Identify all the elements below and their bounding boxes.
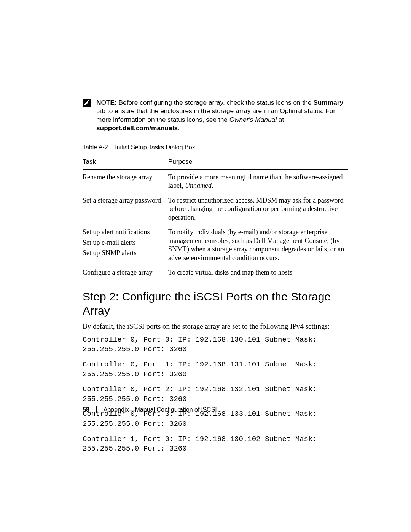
task-cell: Rename the storage array — [83, 169, 168, 193]
task-cell: Configure a storage array — [83, 265, 168, 280]
note-part2: tab to ensure that the enclosures in the… — [96, 107, 335, 123]
table-row: Rename the storage array To provide a mo… — [83, 169, 348, 193]
page-number: 58 — [83, 406, 89, 413]
table-row: Set up alert notifications Set up e-mail… — [83, 225, 348, 265]
note-part4: . — [178, 124, 180, 132]
note-pencil-icon — [83, 99, 91, 107]
task-line: Set up alert notifications — [83, 228, 164, 236]
note-bold1: Summary — [313, 99, 343, 106]
task-cell: Set up alert notifications Set up e-mail… — [83, 225, 168, 265]
document-page: NOTE: Before configuring the storage arr… — [0, 0, 411, 532]
note-part1: Before configuring the storage array, ch… — [117, 99, 314, 106]
page-footer: 58 Appendix—Manual Configuration of iSCS… — [83, 406, 217, 413]
table-caption-title: Initial Setup Tasks Dialog Box — [115, 144, 195, 150]
note-block: NOTE: Before configuring the storage arr… — [83, 98, 348, 133]
footer-divider — [96, 406, 97, 413]
table-caption-number: Table A-2. — [83, 144, 110, 150]
table-caption: Table A-2.Initial Setup Tasks Dialog Box — [83, 144, 348, 151]
purpose-cell: To restrict unauthorized access. MDSM ma… — [168, 193, 348, 225]
note-part3: at — [277, 116, 284, 123]
note-prefix: NOTE: — [96, 99, 117, 106]
task-line: Set up SNMP alerts — [83, 249, 164, 257]
purpose-italic: Unnamed — [185, 182, 212, 189]
col-header-task: Task — [83, 155, 168, 169]
body-intro: By default, the iSCSI ports on the stora… — [83, 322, 348, 331]
tasks-table: Task Purpose Rename the storage array To… — [83, 155, 348, 280]
table-header-row: Task Purpose — [83, 155, 348, 169]
note-italic1: Owner's Manual — [229, 116, 277, 123]
table-row: Configure a storage array To create virt… — [83, 265, 348, 280]
step-heading: Step 2: Configure the iSCSI Ports on the… — [83, 289, 348, 318]
code-line: Controller 1, Port 0: IP: 192.168.130.10… — [83, 435, 348, 454]
task-line: Set up e-mail alerts — [83, 238, 164, 247]
code-line: Controller 0, Port 2: IP: 192.168.132.10… — [83, 385, 348, 404]
code-line: Controller 0, Port 1: IP: 192.168.131.10… — [83, 360, 348, 379]
purpose-cell: To create virtual disks and map them to … — [168, 265, 348, 280]
task-cell: Set a storage array password — [83, 193, 168, 225]
note-text: NOTE: Before configuring the storage arr… — [96, 98, 348, 133]
table-row: Set a storage array password To restrict… — [83, 193, 348, 225]
purpose-post: . — [212, 182, 213, 189]
code-line: Controller 0, Port 0: IP: 192.168.130.10… — [83, 335, 348, 355]
purpose-cell: To provide a more meaningful name than t… — [168, 169, 348, 193]
note-bold2: support.dell.com/manuals — [96, 124, 178, 132]
purpose-cell: To notify individuals (by e-mail) and/or… — [168, 225, 348, 265]
col-header-purpose: Purpose — [168, 155, 348, 169]
footer-section: Appendix—Manual Configuration of iSCSI — [104, 406, 217, 413]
